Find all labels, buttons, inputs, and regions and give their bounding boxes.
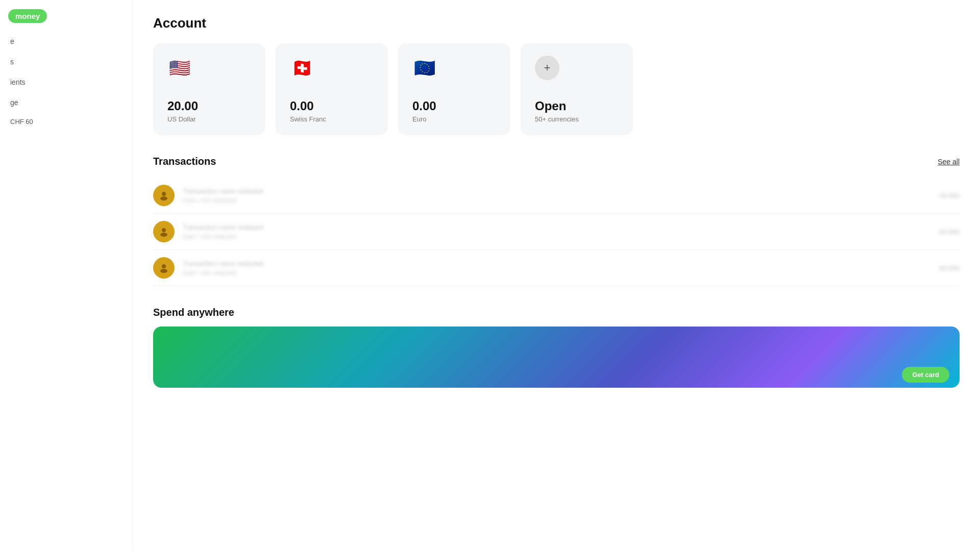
transaction-name-2: Transaction name redacted: [183, 223, 939, 231]
transaction-avatar-2: [153, 221, 175, 242]
transaction-amount-3: 00.000: [939, 264, 960, 272]
transaction-date-1: Date • info redacted: [183, 197, 939, 204]
svg-point-4: [162, 264, 166, 268]
transaction-info-2: Transaction name redacted Date • info re…: [183, 223, 939, 240]
sidebar-item-ients[interactable]: ients: [0, 72, 132, 92]
svg-point-0: [162, 192, 166, 196]
sidebar-balance: CHF 60: [0, 113, 132, 131]
eur-currency: Euro: [412, 115, 496, 123]
svg-point-1: [160, 196, 167, 201]
svg-point-3: [160, 233, 167, 237]
account-card-add[interactable]: + Open 50+ currencies: [521, 43, 633, 135]
sidebar-item-s-label: s: [10, 58, 14, 66]
flag-usd: 🇺🇸: [167, 56, 192, 80]
see-all-link[interactable]: See all: [938, 158, 960, 166]
usd-amount: 20.00: [167, 99, 251, 113]
transaction-name-3: Transaction name redacted: [183, 260, 939, 267]
transaction-info-1: Transaction name redacted Date • info re…: [183, 187, 939, 204]
eur-amount: 0.00: [412, 99, 496, 113]
spend-anywhere-banner: Get card: [153, 327, 960, 388]
transaction-name-1: Transaction name redacted: [183, 187, 939, 195]
sidebar-item-e-label: e: [10, 37, 14, 45]
usd-currency: US Dollar: [167, 115, 251, 123]
add-amount: Open: [535, 99, 619, 113]
sidebar: money e s ients ge CHF 60: [0, 0, 133, 551]
sidebar-item-ge-label: ge: [10, 98, 18, 107]
page-title: Account: [153, 15, 960, 31]
transaction-amount-1: 00.000: [939, 192, 960, 199]
get-card-button[interactable]: Get card: [902, 367, 949, 383]
flag-chf: 🇨🇭: [290, 56, 314, 80]
account-card-eur[interactable]: 🇪🇺 0.00 Euro: [398, 43, 510, 135]
main-content: Account 🇺🇸 20.00 US Dollar 🇨🇭 0.00 Swiss…: [133, 0, 980, 551]
transaction-avatar-1: [153, 185, 175, 206]
add-currency-icon: +: [535, 56, 559, 80]
account-card-chf[interactable]: 🇨🇭 0.00 Swiss Franc: [276, 43, 388, 135]
spend-banner-cta: Get card: [902, 367, 949, 383]
transaction-info-3: Transaction name redacted Date • info re…: [183, 260, 939, 277]
account-cards-container: 🇺🇸 20.00 US Dollar 🇨🇭 0.00 Swiss Franc 🇪…: [153, 43, 960, 135]
spend-anywhere-title: Spend anywhere: [153, 307, 960, 318]
sidebar-item-ge[interactable]: ge: [0, 92, 132, 113]
svg-point-2: [162, 228, 166, 232]
add-currency: 50+ currencies: [535, 115, 619, 123]
table-row[interactable]: Transaction name redacted Date • info re…: [153, 178, 960, 214]
table-row[interactable]: Transaction name redacted Date • info re…: [153, 214, 960, 250]
transaction-amount-2: 00.000: [939, 228, 960, 236]
chf-currency: Swiss Franc: [290, 115, 374, 123]
chf-amount: 0.00: [290, 99, 374, 113]
transaction-list: Transaction name redacted Date • info re…: [153, 178, 960, 286]
sidebar-item-e[interactable]: e: [0, 31, 132, 52]
sidebar-item-s[interactable]: s: [0, 52, 132, 72]
table-row[interactable]: Transaction name redacted Date • info re…: [153, 250, 960, 286]
transaction-date-2: Date • info redacted: [183, 233, 939, 240]
sidebar-item-ients-label: ients: [10, 78, 26, 86]
transaction-date-3: Date • info redacted: [183, 269, 939, 277]
sidebar-logo-badge[interactable]: money: [8, 9, 47, 23]
sidebar-logo-area: money: [0, 5, 132, 31]
svg-point-5: [160, 269, 167, 273]
flag-eur: 🇪🇺: [412, 56, 437, 80]
account-card-usd[interactable]: 🇺🇸 20.00 US Dollar: [153, 43, 265, 135]
transactions-title: Transactions: [153, 156, 216, 167]
transactions-section-header: Transactions See all: [153, 156, 960, 167]
transaction-avatar-3: [153, 257, 175, 279]
